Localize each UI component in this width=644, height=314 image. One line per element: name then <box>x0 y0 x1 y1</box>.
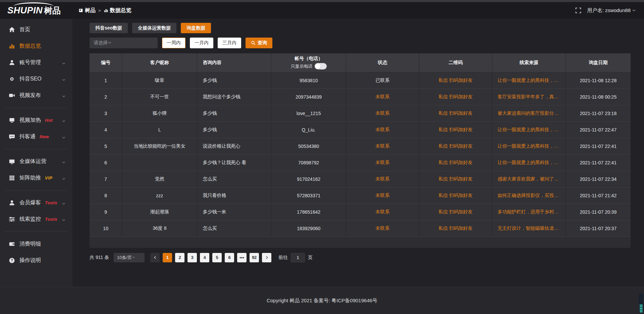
sidebar-item-会员爆客[interactable]: 会员爆客Tools <box>0 195 72 211</box>
cell-source[interactable]: 让你一眼就爱上的黑科技，能... <box>492 72 566 89</box>
sidebar-divider <box>5 231 68 232</box>
search-button[interactable]: 查询 <box>246 38 272 48</box>
cell-status: 未联系 <box>346 138 419 154</box>
cell-qr[interactable]: 私信 扫码加好友 <box>419 72 492 89</box>
filter-select-placeholder: 请选择 <box>94 40 108 46</box>
cell-source[interactable]: 如何正确选择投影仪，买投影... <box>492 187 566 204</box>
sidebar-item-全媒体运营[interactable]: 全媒体运营 <box>0 153 72 170</box>
cell-qr[interactable]: 私信 扫码加好友 <box>419 220 492 237</box>
grid-icon <box>9 175 15 181</box>
qr-link-扫码加好友[interactable]: 扫码加好友 <box>449 160 473 165</box>
cell-source[interactable]: 让你一眼就爱上的黑科技，能... <box>492 138 566 154</box>
sidebar-item-消费明细[interactable]: 消费明细 <box>0 236 72 252</box>
next-page-button[interactable] <box>262 253 271 262</box>
sidebar-item-数据总览[interactable]: 数据总览 <box>0 38 72 54</box>
period-button-三月内[interactable]: 三月内 <box>218 38 241 48</box>
cell-status: 未联系 <box>346 89 419 105</box>
cell-account: 917024162 <box>271 171 346 187</box>
cell-qr[interactable]: 私信 扫码加好友 <box>419 138 492 154</box>
cell-no: 7 <box>90 171 122 187</box>
qr-link-扫码加好友[interactable]: 扫码加好友 <box>449 110 473 116</box>
chevron-down-icon <box>62 176 66 180</box>
sidebar-item-账号管理[interactable]: 账号管理 <box>0 54 72 71</box>
qr-link-扫码加好友[interactable]: 扫码加好友 <box>449 176 473 181</box>
qr-link-私信[interactable]: 私信 <box>438 77 448 83</box>
qr-link-私信[interactable]: 私信 <box>438 176 448 181</box>
page-button-4[interactable]: 4 <box>200 253 209 262</box>
phone-only-toggle[interactable] <box>315 63 327 69</box>
prev-page-button[interactable] <box>150 253 160 262</box>
breadcrumb-item[interactable]: 树品 <box>78 7 96 14</box>
tab-全媒体运营数据[interactable]: 全媒体运营数据 <box>132 23 176 33</box>
cell-content: 多少钱 <box>197 105 271 121</box>
column-header-label: 帐号（电话） <box>294 56 323 62</box>
chart-icon <box>9 43 15 49</box>
search-button-label: 查询 <box>258 40 267 46</box>
cell-date: 2021-11-07 20:39 <box>566 204 631 220</box>
cell-source[interactable]: 被大家追着问的客厅投影分享... <box>492 105 566 121</box>
qr-link-私信[interactable]: 私信 <box>438 209 448 214</box>
qr-link-扫码加好友[interactable]: 扫码加好友 <box>449 77 473 83</box>
qr-link-私信[interactable]: 私信 <box>438 110 448 116</box>
tab-询盘数据[interactable]: 询盘数据 <box>181 23 211 33</box>
goto-unit-label: 页 <box>308 255 313 261</box>
breadcrumb-item[interactable]: 数据总览 <box>104 7 131 14</box>
qr-link-私信[interactable]: 私信 <box>438 127 448 132</box>
sidebar-item-抖音SEO[interactable]: 抖音SEO <box>0 71 72 87</box>
page-button-6[interactable]: 6 <box>225 253 234 262</box>
cell-source[interactable]: 客厅安装投影半年多了，真实... <box>492 89 566 105</box>
sidebar-item-矩阵助推[interactable]: 矩阵助推VIP <box>0 170 72 186</box>
page-button-92[interactable]: 92 <box>250 253 259 262</box>
cell-date: 2021-11-07 21:42 <box>566 187 631 204</box>
monitor-icon <box>9 158 15 165</box>
page-button-3[interactable]: 3 <box>187 253 197 262</box>
cell-account: 572803371 <box>271 187 346 204</box>
chevron-down-icon <box>62 118 66 122</box>
chevron-down-icon <box>62 61 66 65</box>
cell-qr[interactable]: 私信 扫码加好友 <box>419 89 492 105</box>
filter-select[interactable]: 请选择 <box>90 38 158 48</box>
page-ellipsis-button[interactable]: ••• <box>237 253 247 262</box>
cell-source[interactable]: 让你一眼就爱上的黑科技，能... <box>492 154 566 171</box>
cell-qr[interactable]: 私信 扫码加好友 <box>419 187 492 204</box>
sidebar-item-操作说明[interactable]: ?操作说明 <box>0 252 72 269</box>
goto-page-input[interactable] <box>291 253 305 262</box>
qr-link-扫码加好友[interactable]: 扫码加好友 <box>449 193 473 198</box>
user-menu[interactable]: 用户名: zswodun88 <box>587 7 636 14</box>
sidebar-item-视频发布[interactable]: 视频发布 <box>0 87 72 104</box>
sidebar-item-抖客通[interactable]: 抖客通New <box>0 128 72 145</box>
cell-source[interactable]: 让你一眼就爱上的黑科技，能... <box>492 121 566 138</box>
page-size-select[interactable]: 10条/页 <box>114 253 145 262</box>
cell-qr[interactable]: 私信 扫码加好友 <box>419 105 492 121</box>
qr-link-扫码加好友[interactable]: 扫码加好友 <box>449 143 473 149</box>
cell-source[interactable]: 感谢大家喜欢我家，被问了好... <box>492 171 566 187</box>
cell-status: 未联系 <box>346 220 419 237</box>
qr-link-私信[interactable]: 私信 <box>438 225 448 231</box>
period-button-一月内[interactable]: 一月内 <box>190 38 213 48</box>
qr-link-扫码加好友[interactable]: 扫码加好友 <box>449 127 473 132</box>
period-button-一周内[interactable]: 一周内 <box>162 38 185 48</box>
qr-link-私信[interactable]: 私信 <box>438 160 448 165</box>
sidebar-item-线索监控[interactable]: 线索监控Tools <box>0 211 72 227</box>
qr-link-扫码加好友[interactable]: 扫码加好友 <box>449 94 473 99</box>
cell-source[interactable]: 无主灯设计，智能磁吸轨道灯... <box>492 220 566 237</box>
qr-link-私信[interactable]: 私信 <box>438 143 448 149</box>
page-button-5[interactable]: 5 <box>212 253 222 262</box>
sidebar-item-视频加热[interactable]: 视频加热Hot <box>0 112 72 128</box>
fullscreen-icon[interactable] <box>575 7 581 13</box>
cell-qr[interactable]: 私信 扫码加好友 <box>419 121 492 138</box>
cell-no: 8 <box>90 187 122 204</box>
qr-link-私信[interactable]: 私信 <box>438 94 448 99</box>
tab-抖音seo数据[interactable]: 抖音seo数据 <box>90 23 128 33</box>
cell-qr[interactable]: 私信 扫码加好友 <box>419 204 492 220</box>
cell-qr[interactable]: 私信 扫码加好友 <box>419 171 492 187</box>
qr-link-私信[interactable]: 私信 <box>438 193 448 198</box>
sidebar-item-首页[interactable]: 首页 <box>0 21 72 38</box>
cell-source[interactable]: 多功能护栏灯，适用于乡村文... <box>492 204 566 220</box>
page-button-1[interactable]: 1 <box>163 253 172 262</box>
page-button-2[interactable]: 2 <box>175 253 184 262</box>
cell-qr[interactable]: 私信 扫码加好友 <box>419 154 492 171</box>
qr-link-扫码加好友[interactable]: 扫码加好友 <box>449 225 473 231</box>
cell-content: 多少钱一米 <box>197 204 271 220</box>
qr-link-扫码加好友[interactable]: 扫码加好友 <box>449 209 473 214</box>
